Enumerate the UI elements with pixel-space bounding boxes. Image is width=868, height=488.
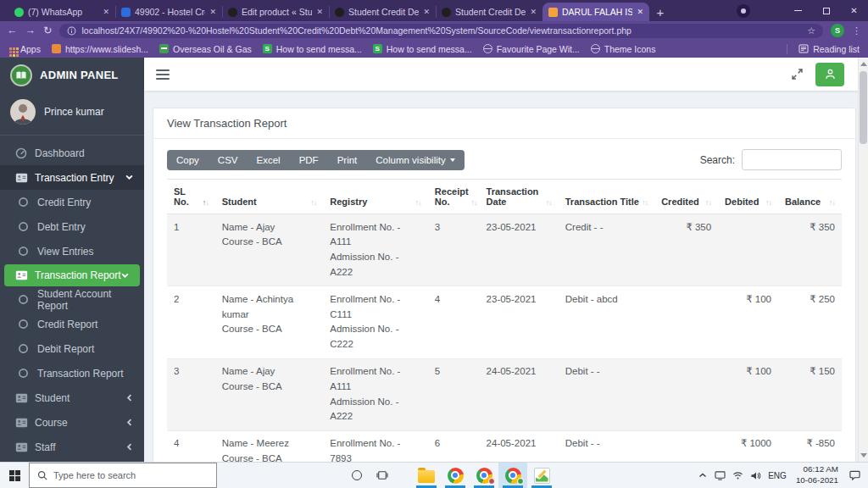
print-button[interactable]: Print bbox=[328, 150, 367, 170]
bookmark-item[interactable]: Favourite Page Wit... bbox=[483, 44, 580, 54]
start-button[interactable] bbox=[0, 463, 29, 488]
excel-button[interactable]: Excel bbox=[248, 150, 290, 170]
bookmark-star-icon[interactable]: ☆ bbox=[807, 25, 815, 36]
column-header-balance[interactable]: Balance↑↓ bbox=[778, 180, 842, 214]
csv-button[interactable]: CSV bbox=[209, 150, 248, 170]
browser-tab[interactable]: Student Credit Debit Manag✕ bbox=[436, 3, 542, 21]
sidebar-item-student[interactable]: Student bbox=[0, 385, 144, 410]
sidebar-item-transaction-report[interactable]: Transaction Report bbox=[4, 264, 140, 286]
browser-profile-avatar[interactable]: S bbox=[831, 24, 844, 37]
forward-icon[interactable]: → bbox=[25, 25, 36, 36]
fullscreen-icon[interactable] bbox=[791, 68, 804, 80]
copy-button[interactable]: Copy bbox=[167, 150, 209, 170]
chrome-button-3[interactable] bbox=[498, 463, 527, 488]
task-view-button[interactable] bbox=[370, 463, 395, 488]
touch-keyboard-button[interactable] bbox=[711, 463, 729, 488]
menu-toggle-icon[interactable] bbox=[156, 69, 170, 80]
cell-balance: ₹ -850 bbox=[778, 430, 842, 462]
pdf-button[interactable]: PDF bbox=[290, 150, 328, 170]
tab-close-icon[interactable]: ✕ bbox=[423, 8, 430, 16]
tab-close-icon[interactable]: ✕ bbox=[103, 8, 109, 16]
column-header-student[interactable]: Student↑↓ bbox=[215, 180, 324, 214]
bookmark-item[interactable]: https://www.slidesh... bbox=[52, 44, 148, 54]
sidebar-item-transaction-entry[interactable]: Transaction Entry bbox=[0, 165, 144, 190]
reading-list-button[interactable]: Reading list bbox=[798, 44, 860, 54]
column-header-receipt-no[interactable]: Receipt No.↑↓ bbox=[428, 180, 480, 214]
editor-app-button[interactable] bbox=[527, 463, 556, 488]
cell-student: Name - AjayCourse - BCA bbox=[215, 214, 324, 286]
tab-close-icon[interactable]: ✕ bbox=[209, 8, 216, 16]
taskbar-search-input[interactable] bbox=[53, 470, 209, 480]
dashboard-icon bbox=[15, 147, 30, 159]
browser-tab[interactable]: (7) WhatsApp✕ bbox=[8, 3, 115, 21]
sidebar-item-dashboard[interactable]: Dashboard bbox=[0, 141, 144, 165]
chrome-button-1[interactable] bbox=[441, 463, 470, 488]
volume-button[interactable] bbox=[747, 463, 765, 488]
column-header-transaction-date[interactable]: Transaction Date↑↓ bbox=[480, 180, 559, 214]
browser-menu-icon[interactable]: ⋮ bbox=[852, 25, 861, 36]
column-visibility-button[interactable]: Column visibility bbox=[366, 150, 464, 170]
scrollbar-thumb[interactable] bbox=[860, 71, 867, 144]
address-bar[interactable]: localhost/24X7/49902%20-%20Hostel%20Stud… bbox=[59, 24, 823, 38]
page-scrollbar[interactable] bbox=[858, 58, 868, 462]
window-maximize-button[interactable] bbox=[812, 0, 840, 21]
column-header-label: Credited bbox=[661, 197, 699, 207]
search-label: Search: bbox=[700, 154, 735, 166]
column-header-transaction-title[interactable]: Transaction Title↑↓ bbox=[559, 180, 654, 214]
main-area: View Transaction Report CopyCSVExcelPDFP… bbox=[144, 58, 868, 462]
sidebar-item-label: Staff bbox=[35, 441, 55, 453]
window-close-button[interactable]: ✕ bbox=[840, 0, 868, 21]
sidebar-item-staff[interactable]: Staff bbox=[0, 435, 144, 459]
browser-tab[interactable]: DARUL FALAH ISLAMIC AC✕ bbox=[542, 3, 649, 21]
language-indicator[interactable]: ENG bbox=[765, 471, 790, 480]
page-title: View Transaction Report bbox=[153, 108, 855, 139]
sidebar-item-course[interactable]: Course bbox=[0, 410, 144, 435]
scroll-up-icon[interactable] bbox=[860, 62, 867, 66]
tab-close-icon[interactable]: ✕ bbox=[316, 8, 323, 16]
network-button[interactable] bbox=[729, 463, 747, 488]
tab-title: Student Credit Debit Manag bbox=[348, 7, 419, 17]
cell-sl: 2 bbox=[167, 286, 215, 358]
bookmark-item[interactable]: How to send messa... bbox=[373, 44, 472, 54]
action-center-button[interactable] bbox=[841, 470, 868, 480]
new-tab-button[interactable]: + bbox=[649, 3, 671, 21]
search-input[interactable] bbox=[742, 149, 842, 170]
refresh-icon[interactable]: ↻ bbox=[43, 25, 52, 36]
column-header-debited[interactable]: Debited↑↓ bbox=[718, 180, 778, 214]
file-explorer-button[interactable] bbox=[412, 463, 441, 488]
tab-close-icon[interactable]: ✕ bbox=[637, 8, 643, 16]
sidebar-item-credit-entry[interactable]: Credit Entry bbox=[0, 190, 144, 214]
taskbar-search-box[interactable] bbox=[29, 463, 217, 488]
browser-tab[interactable]: 49902 - Hostel Credit Debt✕ bbox=[115, 3, 222, 21]
cell-debited bbox=[718, 214, 778, 286]
sidebar-item-credit-report[interactable]: Credit Report bbox=[0, 312, 144, 336]
clock[interactable]: 06:12 AM 10-06-2021 bbox=[790, 464, 841, 485]
scroll-down-icon[interactable] bbox=[860, 453, 867, 458]
browser-tab[interactable]: Student Credit Debit Manag✕ bbox=[329, 3, 436, 21]
column-header-registry[interactable]: Registry↑↓ bbox=[323, 180, 428, 214]
sidebar-item-view-entries[interactable]: View Entries bbox=[0, 239, 144, 263]
sidebar-item-label: Debit Report bbox=[37, 343, 94, 355]
bookmark-item[interactable]: Theme Icons bbox=[591, 44, 656, 54]
user-panel: Prince kumar bbox=[0, 92, 144, 133]
back-icon[interactable]: ← bbox=[7, 25, 18, 36]
page-info-icon[interactable] bbox=[67, 26, 76, 36]
sidebar-item-debit-report[interactable]: Debit Report bbox=[0, 336, 144, 361]
tab-search-icon[interactable] bbox=[737, 4, 750, 18]
tab-close-icon[interactable]: ✕ bbox=[530, 8, 537, 16]
column-header-sl-no[interactable]: SL No.↑↓ bbox=[167, 180, 215, 214]
globe-icon bbox=[591, 44, 600, 53]
apps-shortcut[interactable]: Apps bbox=[8, 44, 41, 54]
account-button[interactable] bbox=[815, 63, 844, 86]
chrome-button-2[interactable] bbox=[470, 463, 498, 488]
browser-tab[interactable]: Edit product « Student Proje✕ bbox=[222, 3, 329, 21]
column-header-credited[interactable]: Credited↑↓ bbox=[654, 180, 718, 214]
sidebar-item-student-account-report[interactable]: Student Account Report bbox=[0, 287, 144, 312]
bookmark-item[interactable]: Overseas Oil & Gas bbox=[159, 44, 252, 54]
sidebar-item-debt-entry[interactable]: Debt Entry bbox=[0, 214, 144, 239]
cortana-button[interactable] bbox=[344, 463, 370, 488]
bookmark-item[interactable]: How to send messa... bbox=[263, 44, 362, 54]
sidebar-item-transaction-report[interactable]: Transaction Report bbox=[0, 361, 144, 385]
tray-expand-button[interactable] bbox=[693, 463, 711, 488]
window-minimize-button[interactable] bbox=[784, 0, 812, 21]
